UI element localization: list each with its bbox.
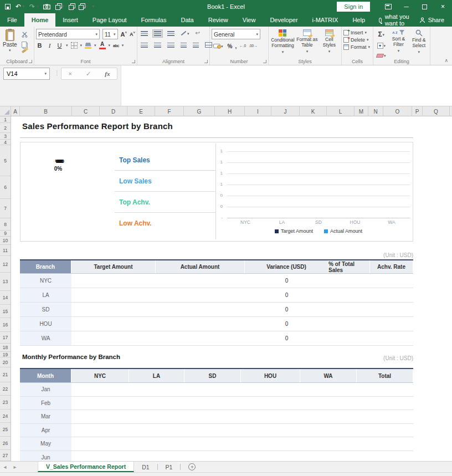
top-align-icon[interactable]: [139, 29, 150, 38]
cell-may-sd[interactable]: [184, 437, 241, 451]
name-box[interactable]: V14 ▾: [3, 68, 50, 80]
tell-me-box[interactable]: Tell me what you want to do: [372, 13, 419, 27]
header-cell-branch[interactable]: Branch: [20, 260, 71, 273]
sheet-canvas[interactable]: Sales Performance Report by Branch ₩0 0%…: [11, 116, 452, 461]
kpi-top-achv[interactable]: Top Achv.: [115, 192, 215, 213]
paste-button[interactable]: Paste ▾: [3, 29, 17, 53]
cell-jun-wa[interactable]: [300, 451, 357, 462]
cell-hou-variance[interactable]: 0: [245, 317, 328, 331]
header-cell-total[interactable]: Total: [357, 369, 413, 382]
redo-icon[interactable]: ↷▾: [29, 3, 38, 10]
kpi-low-sales[interactable]: Low Sales: [115, 171, 215, 192]
underline-options-icon[interactable]: ▾: [66, 43, 68, 48]
cell-sd-variance[interactable]: 0: [245, 303, 328, 317]
row-header-26[interactable]: 26: [0, 437, 11, 450]
sort-filter-button[interactable]: A Z Sort & Filter ▾: [390, 29, 408, 57]
row-header-24[interactable]: 24: [0, 410, 11, 423]
borders-icon[interactable]: [71, 42, 78, 49]
tab-review[interactable]: Review: [201, 13, 235, 27]
cell-feb-wa[interactable]: [300, 397, 357, 411]
phonetic-options-icon[interactable]: ▾: [122, 43, 124, 48]
close-button[interactable]: ×: [434, 0, 452, 13]
sheet-nav-right-icon[interactable]: ▸: [10, 462, 20, 472]
duplicate-icon[interactable]: [69, 3, 74, 10]
enter-icon[interactable]: ✓: [86, 70, 91, 78]
fill-button[interactable]: ▼▾: [375, 41, 388, 50]
cell-nyc-actual[interactable]: [156, 274, 245, 288]
cell-mar-sd[interactable]: [184, 410, 241, 424]
column-header-P[interactable]: P: [412, 106, 423, 116]
header-cell-target-amount[interactable]: Target Amount: [71, 260, 156, 273]
cell-feb-total[interactable]: [357, 397, 413, 411]
clipboard-dialog-launcher-icon[interactable]: [29, 60, 32, 63]
column-header-B[interactable]: B: [20, 106, 72, 116]
cell-la-variance[interactable]: 0: [245, 288, 328, 303]
orientation-icon[interactable]: ▾: [179, 29, 191, 38]
cell-wa-variance[interactable]: 0: [245, 331, 328, 346]
row-header-4[interactable]: 4: [0, 140, 11, 145]
font-color-button[interactable]: A: [99, 42, 106, 49]
cell-nyc-target[interactable]: [71, 274, 156, 288]
cell-mar-total[interactable]: [357, 410, 413, 424]
cell-wa-actual[interactable]: [156, 331, 245, 346]
row-header-7[interactable]: 7: [0, 199, 11, 218]
cell-jun-total[interactable]: [357, 451, 413, 462]
header-cell-actual-amount[interactable]: Actual Amount: [156, 260, 245, 273]
cell-jan-month[interactable]: Jan: [20, 383, 71, 397]
row-header-2[interactable]: 2: [0, 123, 11, 133]
cell-feb-nyc[interactable]: [71, 397, 129, 411]
cut-button[interactable]: [22, 30, 32, 40]
row-header-9[interactable]: 9: [0, 231, 11, 237]
header-cell-hou[interactable]: HOU: [241, 369, 300, 382]
cancel-icon[interactable]: ×: [69, 70, 72, 77]
column-header-E[interactable]: E: [127, 106, 155, 116]
cell-may-wa[interactable]: [300, 437, 357, 451]
tab-i-matrix[interactable]: i-MATRIX: [305, 13, 346, 27]
cell-mar-hou[interactable]: [241, 410, 300, 424]
row-header-17[interactable]: 17: [0, 332, 11, 344]
header-cell-variance-usd[interactable]: Variance (USD): [245, 260, 328, 273]
cell-jun-nyc[interactable]: [71, 451, 129, 462]
tab-developer[interactable]: Developer: [263, 13, 305, 27]
collapse-ribbon-icon[interactable]: ∧: [444, 58, 448, 63]
cell-la-target[interactable]: [71, 288, 156, 303]
cell-nyc-branch[interactable]: NYC: [20, 274, 71, 288]
conditional-formatting-button[interactable]: Conditional Formatting ▾: [270, 29, 295, 57]
header-cell-achv-rate[interactable]: Achv. Rate: [370, 260, 413, 273]
header-cell-nyc[interactable]: NYC: [71, 369, 129, 382]
ribbon-display-options-icon[interactable]: [379, 0, 397, 13]
italic-button[interactable]: I: [46, 42, 53, 49]
cell-jun-hou[interactable]: [241, 451, 300, 462]
align-center-icon[interactable]: [152, 41, 163, 49]
insert-cells-button[interactable]: + Insert▾: [343, 30, 371, 35]
row-header-11[interactable]: 11: [0, 245, 11, 256]
format-cells-button[interactable]: Format▾: [343, 44, 371, 50]
cell-nyc-pct-total[interactable]: [328, 274, 370, 288]
column-header-A[interactable]: A: [11, 106, 20, 116]
minimize-button[interactable]: ─: [397, 0, 415, 13]
cell-jan-la[interactable]: [129, 383, 184, 397]
tab-data[interactable]: Data: [173, 13, 201, 27]
cell-wa-achv-rate[interactable]: [370, 331, 413, 346]
cell-may-nyc[interactable]: [71, 437, 129, 451]
borders-options-icon[interactable]: ▾: [80, 43, 83, 48]
fill-color-options-icon[interactable]: ▾: [94, 43, 96, 48]
formula-bar-resize-handle[interactable]: ⋮: [54, 70, 60, 76]
column-header-L[interactable]: L: [327, 106, 355, 116]
cell-sd-pct-total[interactable]: [328, 303, 370, 317]
copy-icon[interactable]: [22, 42, 27, 48]
row-header-23[interactable]: 23: [0, 396, 11, 410]
cell-wa-target[interactable]: [71, 331, 156, 346]
cell-jan-sd[interactable]: [184, 383, 241, 397]
cell-apr-total[interactable]: [357, 424, 413, 438]
percent-style-button[interactable]: %: [228, 43, 233, 49]
branch-chart[interactable]: 111100-NYCLASDHOUWA: [206, 143, 412, 238]
cell-jan-nyc[interactable]: [71, 383, 129, 397]
row-header-10[interactable]: 10: [0, 237, 11, 245]
cell-la-achv-rate[interactable]: [370, 288, 413, 303]
customize-qat-icon[interactable]: ▾: [92, 4, 94, 9]
cell-feb-la[interactable]: [129, 397, 184, 411]
tab-insert[interactable]: Insert: [55, 13, 85, 27]
column-header-J[interactable]: J: [271, 106, 300, 116]
find-select-button[interactable]: Find & Select ▾: [409, 29, 428, 57]
